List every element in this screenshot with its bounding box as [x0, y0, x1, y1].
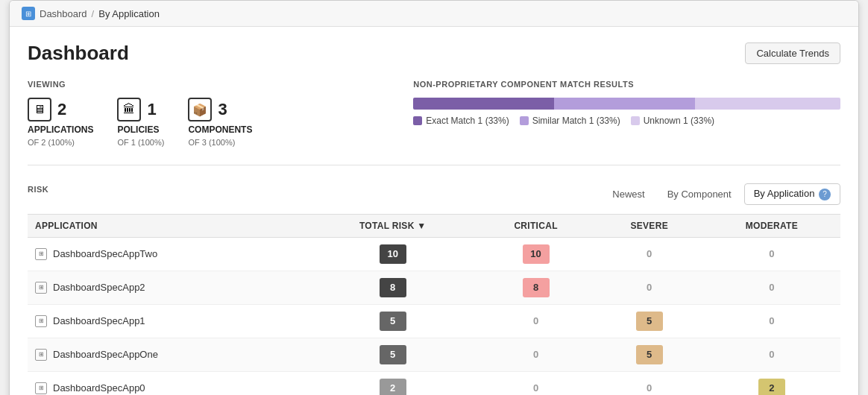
severe-score: 5 [636, 312, 663, 331]
severe-score: 5 [636, 345, 663, 364]
policies-icon: 🏛 [117, 98, 141, 121]
main-window: ⊞ Dashboard / By Application Dashboard C… [9, 0, 859, 395]
table-row[interactable]: ⊞DashboardSpecApp15050 [28, 304, 840, 338]
total-risk-cell: 5 [309, 304, 477, 338]
policies-sub: OF 1 (100%) [117, 138, 164, 147]
stats-section: VIEWING 🖥 2 APPLICATIONS OF 2 (100%) 🏛 [28, 80, 840, 165]
severe-cell: 5 [596, 304, 703, 338]
risk-table: APPLICATION TOTAL RISK ▼ CRITICAL SEVERE… [28, 214, 840, 396]
col-total-risk: TOTAL RISK ▼ [309, 214, 477, 237]
tab-by-application[interactable]: By Application ? [744, 183, 840, 205]
col-application: APPLICATION [28, 214, 309, 237]
risk-section: RISK Newest By Component By Application … [28, 183, 840, 395]
total-score: 5 [380, 312, 406, 331]
breadcrumb-separator: / [92, 8, 95, 19]
breadcrumb-current: By Application [98, 8, 160, 19]
moderate-cell: 0 [703, 338, 840, 371]
stat-applications: 🖥 2 APPLICATIONS OF 2 (100%) [28, 98, 93, 147]
critical-score: 0 [523, 312, 550, 331]
policies-label: POLICIES [117, 124, 159, 135]
legend-dot-unknown [631, 116, 640, 125]
main-content: Dashboard Calculate Trends VIEWING 🖥 2 A… [10, 27, 858, 395]
legend-unknown-label: Unknown 1 (33%) [644, 116, 714, 126]
app-name: DashboardSpecAppTwo [53, 248, 157, 259]
col-critical: CRITICAL [477, 214, 596, 237]
table-row[interactable]: ⊞DashboardSpecApp02002 [28, 371, 840, 395]
app-name: DashboardSpecApp1 [53, 315, 145, 326]
critical-cell: 8 [477, 271, 596, 304]
match-results-section: NON-PROPRIETARY COMPONENT MATCH RESULTS … [413, 80, 840, 147]
col-moderate: MODERATE [703, 214, 840, 237]
app-icon: ⊞ [35, 349, 47, 361]
table-row[interactable]: ⊞DashboardSpecAppOne5050 [28, 338, 840, 371]
legend-exact-label: Exact Match 1 (33%) [426, 116, 509, 126]
severe-cell: 0 [596, 371, 703, 395]
risk-label: RISK [28, 185, 48, 194]
critical-score: 8 [523, 278, 550, 297]
applications-number: 2 [57, 100, 66, 119]
severe-cell: 0 [596, 237, 703, 271]
legend-dot-similar [520, 116, 529, 125]
col-severe: SEVERE [596, 214, 703, 237]
total-risk-cell: 8 [309, 271, 477, 304]
bar-unknown [695, 98, 840, 110]
legend-dot-exact [413, 116, 422, 125]
moderate-cell: 0 [703, 237, 840, 271]
bar-similar [554, 98, 695, 110]
policies-number: 1 [147, 100, 156, 119]
table-row[interactable]: ⊞DashboardSpecApp28800 [28, 271, 840, 304]
tab-by-component[interactable]: By Component [658, 184, 741, 204]
app-name: DashboardSpecApp2 [53, 282, 145, 293]
legend-unknown: Unknown 1 (33%) [631, 116, 714, 126]
tab-newest[interactable]: Newest [603, 184, 654, 204]
total-score: 5 [380, 345, 406, 364]
moderate-score: 0 [758, 312, 785, 331]
table-row[interactable]: ⊞DashboardSpecAppTwo101000 [28, 237, 840, 271]
critical-cell: 0 [477, 371, 596, 395]
match-legend: Exact Match 1 (33%) Similar Match 1 (33%… [413, 116, 840, 126]
moderate-score: 2 [758, 379, 785, 396]
applications-icon: 🖥 [28, 98, 51, 121]
moderate-cell: 2 [703, 371, 840, 395]
match-bar [413, 98, 840, 110]
app-name: DashboardSpecAppOne [53, 349, 158, 360]
app-cell: ⊞DashboardSpecAppTwo [28, 237, 309, 271]
app-name: DashboardSpecApp0 [53, 382, 145, 394]
calculate-trends-button[interactable]: Calculate Trends [745, 42, 840, 64]
moderate-cell: 0 [703, 271, 840, 304]
viewing-section: VIEWING 🖥 2 APPLICATIONS OF 2 (100%) 🏛 [28, 80, 383, 147]
applications-sub: OF 2 (100%) [28, 138, 75, 147]
critical-score: 0 [523, 345, 550, 364]
applications-label: APPLICATIONS [28, 124, 93, 135]
components-label: COMPONENTS [188, 124, 252, 135]
total-score: 8 [380, 278, 406, 297]
legend-similar-label: Similar Match 1 (33%) [532, 116, 620, 126]
legend-similar: Similar Match 1 (33%) [520, 116, 620, 126]
header-row: Dashboard Calculate Trends [28, 42, 840, 65]
app-cell: ⊞DashboardSpecAppOne [28, 338, 309, 371]
bar-exact [413, 98, 554, 110]
total-risk-cell: 5 [309, 338, 477, 371]
critical-cell: 0 [477, 338, 596, 371]
severe-score: 0 [636, 278, 663, 297]
app-icon: ⊞ [35, 248, 47, 260]
app-icon: ⊞ [35, 315, 47, 327]
app-cell: ⊞DashboardSpecApp1 [28, 304, 309, 338]
risk-header: RISK Newest By Component By Application … [28, 183, 840, 205]
table-header-row: APPLICATION TOTAL RISK ▼ CRITICAL SEVERE… [28, 214, 840, 237]
severe-cell: 0 [596, 271, 703, 304]
moderate-score: 0 [758, 345, 785, 364]
total-risk-cell: 2 [309, 371, 477, 395]
stat-components: 📦 3 COMPONENTS OF 3 (100%) [188, 98, 252, 147]
home-icon: ⊞ [22, 7, 35, 20]
app-cell: ⊞DashboardSpecApp2 [28, 271, 309, 304]
breadcrumb-home[interactable]: Dashboard [40, 8, 87, 19]
stat-policies: 🏛 1 POLICIES OF 1 (100%) [117, 98, 164, 147]
critical-cell: 10 [477, 237, 596, 271]
moderate-score: 0 [758, 244, 785, 264]
total-score: 2 [380, 379, 406, 396]
severe-score: 0 [636, 244, 663, 264]
critical-cell: 0 [477, 304, 596, 338]
breadcrumb-bar: ⊞ Dashboard / By Application [10, 1, 858, 27]
components-sub: OF 3 (100%) [188, 138, 235, 147]
